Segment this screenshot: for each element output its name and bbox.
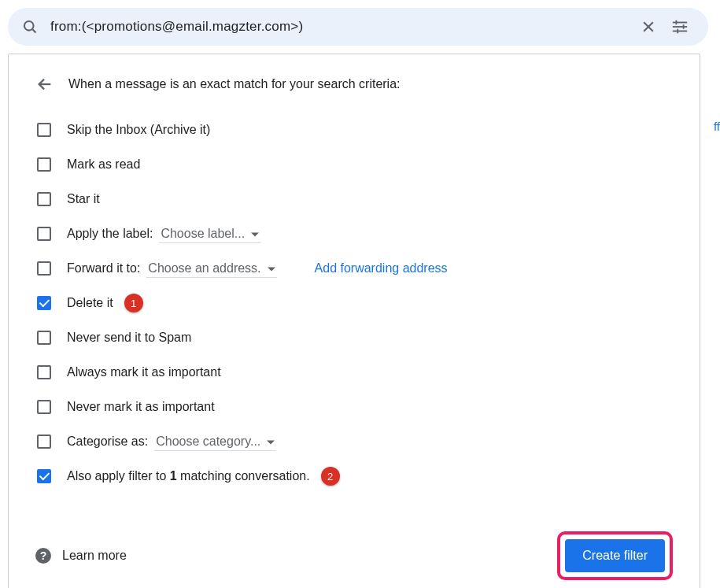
create-filter-button[interactable]: Create filter <box>565 539 665 572</box>
search-icon[interactable] <box>20 17 39 36</box>
clear-search-icon[interactable] <box>633 11 664 43</box>
annotation-badge-1: 1 <box>124 294 143 312</box>
option-also-apply: Also apply filter to 1 matching conversa… <box>37 459 673 494</box>
option-always-important: Always mark it as important <box>37 355 673 390</box>
checkbox-skip-inbox[interactable] <box>37 123 51 137</box>
filter-panel: When a message is an exact match for you… <box>8 54 700 588</box>
text-delete-it: Delete it <box>67 296 113 310</box>
svg-rect-8 <box>683 24 685 29</box>
text-forward-to: Forward it to: <box>67 261 140 276</box>
text-also-apply-post: matching conversation. <box>177 469 310 483</box>
text-also-apply-pre: Also apply filter to <box>67 469 170 483</box>
label-forward-to: Forward it to: Choose an address. Add fo… <box>67 260 448 278</box>
option-never-important: Never mark it as important <box>37 390 673 424</box>
svg-rect-9 <box>677 29 678 34</box>
checkbox-forward-to[interactable] <box>37 261 51 276</box>
option-star-it: Star it <box>37 182 673 216</box>
help-icon: ? <box>35 548 51 564</box>
panel-header: When a message is an exact match for you… <box>35 75 673 94</box>
label-also-apply: Also apply filter to 1 matching conversa… <box>67 467 340 486</box>
artifact-text: ff <box>714 120 720 133</box>
label-always-important: Always mark it as important <box>67 365 221 379</box>
option-skip-inbox: Skip the Inbox (Archive it) <box>37 113 673 147</box>
create-filter-highlight: Create filter <box>557 531 673 580</box>
label-never-important: Never mark it as important <box>67 400 215 414</box>
checkbox-categorise[interactable] <box>37 435 51 449</box>
option-apply-label: Apply the label: Choose label... <box>37 216 673 251</box>
label-skip-inbox: Skip the Inbox (Archive it) <box>67 123 210 137</box>
svg-line-1 <box>32 29 35 32</box>
text-apply-label: Apply the label: <box>67 227 153 241</box>
label-delete-it: Delete it 1 <box>67 294 143 312</box>
text-also-apply-count: 1 <box>170 469 177 483</box>
checkbox-star-it[interactable] <box>37 192 51 206</box>
panel-footer: ? Learn more Create filter <box>35 531 673 580</box>
search-options-icon[interactable] <box>664 11 696 43</box>
label-categorise: Categorise as: Choose category... <box>67 433 276 451</box>
label-apply-label: Apply the label: Choose label... <box>67 225 260 243</box>
label-mark-read: Mark as read <box>67 157 140 172</box>
annotation-badge-2: 2 <box>321 467 340 486</box>
option-never-spam: Never send it to Spam <box>37 320 673 355</box>
label-star-it: Star it <box>67 192 100 206</box>
link-add-forwarding[interactable]: Add forwarding address <box>315 261 448 276</box>
checkbox-never-important[interactable] <box>37 400 51 414</box>
checkbox-apply-label[interactable] <box>37 227 51 241</box>
search-bar: from:(<promotions@email.magzter.com>) <box>8 8 708 46</box>
back-arrow-icon[interactable] <box>35 75 54 94</box>
svg-rect-4 <box>673 22 687 24</box>
checkbox-always-important[interactable] <box>37 365 51 379</box>
dropdown-choose-category[interactable]: Choose category... <box>154 433 276 451</box>
learn-more-link[interactable]: ? Learn more <box>35 548 127 564</box>
checkbox-delete-it[interactable] <box>37 296 51 310</box>
svg-rect-7 <box>676 20 678 25</box>
text-categorise: Categorise as: <box>67 435 148 449</box>
checkbox-never-spam[interactable] <box>37 331 51 345</box>
option-delete-it: Delete it 1 <box>37 286 673 320</box>
svg-point-0 <box>24 21 34 31</box>
label-never-spam: Never send it to Spam <box>67 331 191 345</box>
option-categorise: Categorise as: Choose category... <box>37 424 673 459</box>
checkbox-mark-read[interactable] <box>37 157 51 172</box>
panel-title: When a message is an exact match for you… <box>68 77 401 91</box>
option-forward-to: Forward it to: Choose an address. Add fo… <box>37 251 673 286</box>
learn-more-text: Learn more <box>62 549 127 563</box>
dropdown-choose-address[interactable]: Choose an address. <box>146 260 276 278</box>
svg-rect-5 <box>673 26 687 28</box>
option-mark-read: Mark as read <box>37 147 673 182</box>
svg-rect-6 <box>673 31 687 32</box>
checkbox-also-apply[interactable] <box>37 469 51 483</box>
search-input[interactable]: from:(<promotions@email.magzter.com>) <box>50 19 633 35</box>
dropdown-choose-label[interactable]: Choose label... <box>159 225 260 243</box>
